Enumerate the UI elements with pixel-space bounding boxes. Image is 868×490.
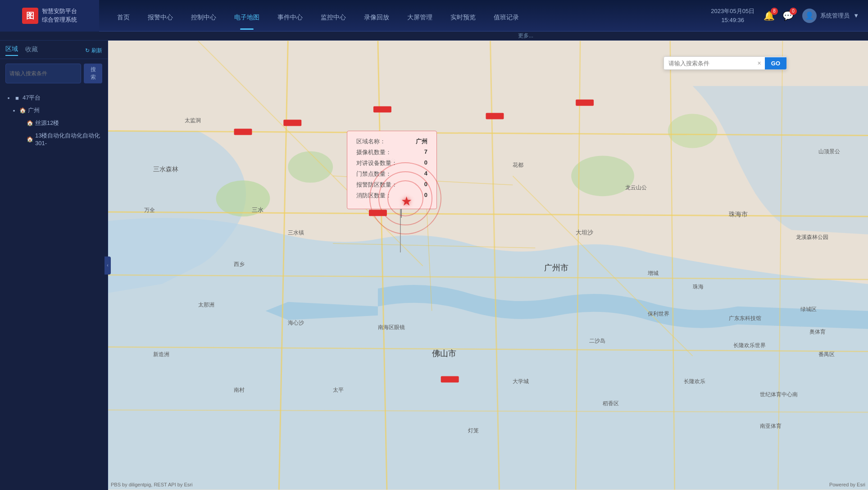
- map-area[interactable]: 广州市 佛山市 珠海市 三水森林 三水 三水镇 中央电视台 大坦沙 花都 太监洞…: [108, 41, 868, 490]
- popup-camera-value: 7: [424, 148, 427, 156]
- svg-text:南亚体育: 南亚体育: [760, 423, 782, 429]
- tree-toggle-b2: [18, 136, 24, 142]
- datetime: 2023年05月05日 15:49:36: [711, 7, 754, 24]
- popup-area-value: 广州: [416, 137, 427, 146]
- main-content: 区域 收藏 ↻ 刷新 搜索 ▪ ■ 47平台 ▪ 🏠 广州: [0, 41, 868, 490]
- message-badge: 0: [790, 8, 797, 15]
- nav-playback[interactable]: 录像回放: [355, 10, 398, 25]
- building2-icon: 🏠: [26, 136, 33, 143]
- nav-preview[interactable]: 实时预览: [441, 10, 485, 25]
- svg-rect-23: [373, 106, 391, 113]
- map-search-close-btn[interactable]: ×: [754, 57, 765, 69]
- tree-node-platform[interactable]: ▪ ■ 47平台: [0, 92, 108, 104]
- svg-text:长隆欢乐世界: 长隆欢乐世界: [733, 342, 766, 348]
- svg-text:太监洞: 太监洞: [185, 117, 201, 124]
- tree-node-building1[interactable]: 🏠 丝源12楼: [0, 117, 108, 129]
- logo-icon: 图: [22, 8, 38, 24]
- svg-rect-27: [441, 376, 459, 383]
- header: 图 智慧安防平台 综合管理系统 首页 报警中心 控制中心 电子地图 事件中心 监…: [0, 0, 868, 32]
- tree-toggle-platform: ▪: [5, 95, 12, 101]
- svg-text:增城: 增城: [647, 270, 659, 276]
- refresh-btn[interactable]: ↻ 刷新: [85, 47, 102, 55]
- nav-screen[interactable]: 大屏管理: [398, 10, 441, 25]
- nav-monitor[interactable]: 监控中心: [312, 10, 355, 25]
- tree-toggle-city: ▪: [11, 107, 17, 114]
- svg-text:二沙岛: 二沙岛: [589, 338, 605, 344]
- tab-area[interactable]: 区域: [5, 45, 18, 56]
- svg-point-3: [571, 156, 634, 196]
- sidebar-search: 搜索: [0, 59, 108, 88]
- svg-text:花都: 花都: [513, 162, 523, 168]
- platform-icon: ■: [14, 94, 21, 101]
- nav-home[interactable]: 首页: [108, 10, 139, 25]
- svg-text:稻香区: 稻香区: [603, 400, 619, 407]
- svg-point-2: [288, 151, 333, 183]
- svg-text:绿城区: 绿城区: [800, 306, 817, 312]
- svg-text:万全: 万全: [144, 207, 155, 213]
- tree-label-building1: 丝源12楼: [35, 119, 59, 127]
- popup-camera-label: 摄像机数量：: [356, 148, 391, 156]
- sidebar: 区域 收藏 ↻ 刷新 搜索 ▪ ■ 47平台 ▪ 🏠 广州: [0, 41, 108, 490]
- message-btn[interactable]: 💬 0: [781, 9, 795, 23]
- sidebar-collapse-btn[interactable]: ‹: [105, 256, 111, 275]
- building1-icon: 🏠: [26, 119, 33, 127]
- svg-text:佛山市: 佛山市: [432, 349, 456, 358]
- svg-text:三水镇: 三水镇: [288, 229, 304, 236]
- svg-text:山顶景公: 山顶景公: [818, 148, 840, 155]
- sub-nav: 更多...: [0, 32, 868, 41]
- sidebar-search-input[interactable]: [5, 64, 81, 83]
- svg-rect-21: [234, 129, 252, 135]
- user-info[interactable]: 👤 系统管理员 ▼: [802, 9, 859, 23]
- user-avatar: 👤: [802, 9, 817, 23]
- notification-badge: 8: [771, 8, 778, 15]
- nav-emap[interactable]: 电子地图: [225, 10, 268, 25]
- nav-event[interactable]: 事件中心: [268, 10, 312, 25]
- refresh-icon: ↻: [85, 47, 90, 54]
- svg-text:珠海市: 珠海市: [729, 211, 748, 218]
- svg-text:珠海: 珠海: [693, 284, 704, 290]
- svg-point-4: [668, 114, 718, 148]
- svg-text:大学城: 大学城: [513, 378, 529, 385]
- popup-area-name: 区域名称： 广州: [356, 137, 427, 146]
- svg-text:大坦沙: 大坦沙: [576, 229, 593, 236]
- map-attribution-left: PBS by diligentpig, REST API by Esri: [111, 482, 192, 487]
- svg-text:保利世界: 保利世界: [648, 311, 669, 317]
- nav-duty[interactable]: 值班记录: [485, 10, 528, 25]
- map-search-input[interactable]: [664, 57, 754, 69]
- tree-node-building2[interactable]: 🏠 13楼自动化自动化自动化301-: [0, 129, 108, 149]
- popup-camera: 摄像机数量： 7: [356, 148, 427, 156]
- svg-text:南村: 南村: [234, 387, 245, 394]
- popup-area-label: 区域名称：: [356, 137, 386, 146]
- notification-bell[interactable]: 🔔 8: [762, 9, 776, 23]
- svg-text:番禺区: 番禺区: [818, 351, 835, 357]
- tree-label-city: 广州: [28, 106, 40, 114]
- user-dropdown-icon: ▼: [853, 12, 859, 19]
- tree-node-city[interactable]: ▪ 🏠 广州: [0, 104, 108, 117]
- header-right: 2023年05月05日 15:49:36 🔔 8 💬 0 👤 系统管理员 ▼: [711, 7, 868, 24]
- tree-label-platform: 47平台: [23, 94, 41, 102]
- map-attribution-right: Powered by Esri: [829, 482, 865, 487]
- more-link[interactable]: 更多...: [518, 32, 533, 40]
- sidebar-search-button[interactable]: 搜索: [84, 64, 102, 83]
- location-marker[interactable]: ★: [401, 194, 415, 208]
- tree-container: ▪ ■ 47平台 ▪ 🏠 广州 🏠 丝源12楼 🏠 13楼自动化自动化自动化30…: [0, 88, 108, 490]
- tree-toggle-b1: [18, 120, 24, 126]
- main-nav: 首页 报警中心 控制中心 电子地图 事件中心 监控中心 录像回放 大屏管理 实时…: [99, 6, 711, 25]
- nav-alarm[interactable]: 报警中心: [139, 10, 182, 25]
- svg-text:奥体育: 奥体育: [809, 329, 826, 335]
- svg-text:太平: 太平: [333, 387, 344, 394]
- svg-rect-22: [283, 120, 301, 126]
- svg-text:太那洲: 太那洲: [198, 302, 214, 308]
- star-icon: ★: [401, 194, 415, 208]
- map-search-go-btn[interactable]: GO: [765, 57, 786, 69]
- logo: 图 智慧安防平台 综合管理系统: [0, 0, 99, 32]
- svg-text:龙云山公: 龙云山公: [625, 184, 647, 191]
- svg-text:长隆欢乐: 长隆欢乐: [684, 378, 705, 385]
- svg-text:西乡: 西乡: [234, 261, 245, 267]
- svg-text:龙溪森林公园: 龙溪森林公园: [796, 234, 828, 240]
- svg-text:三水: 三水: [252, 206, 264, 213]
- tab-favorites[interactable]: 收藏: [25, 46, 38, 55]
- svg-text:广东东科技馆: 广东东科技馆: [729, 315, 761, 321]
- tree-label-building2: 13楼自动化自动化自动化301-: [35, 132, 102, 147]
- nav-control[interactable]: 控制中心: [182, 10, 225, 25]
